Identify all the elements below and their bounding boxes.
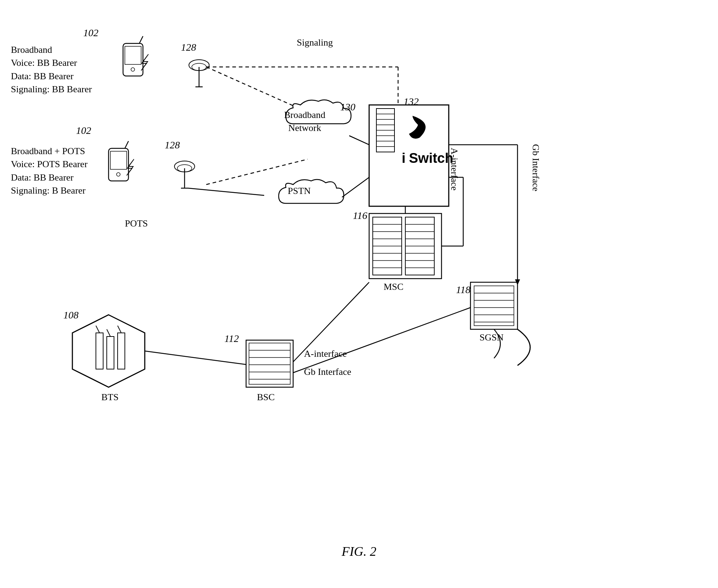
ref-108: 108 (63, 309, 79, 321)
label-signaling: Signaling (297, 36, 333, 49)
ref-118: 118 (456, 284, 470, 296)
svg-line-71 (107, 329, 110, 337)
svg-rect-53 (470, 282, 518, 329)
label-gb-interface-bottom: Gb Interface (304, 365, 351, 378)
ref-102-mid: 102 (76, 125, 91, 136)
label-broadband-top: BroadbandVoice: BB BearerData: BB Bearer… (11, 43, 92, 96)
svg-rect-36 (373, 217, 402, 275)
label-msc: MSC (384, 280, 404, 293)
svg-line-73 (145, 351, 253, 365)
svg-line-8 (206, 67, 308, 112)
ref-112: 112 (224, 333, 239, 344)
svg-rect-23 (376, 109, 394, 152)
svg-point-5 (192, 63, 206, 71)
svg-rect-68 (107, 337, 114, 369)
svg-line-9 (206, 159, 308, 185)
svg-line-34 (342, 177, 369, 197)
svg-rect-0 (123, 43, 143, 76)
svg-marker-12 (396, 109, 401, 115)
label-a-interface-top: A-interface (448, 148, 461, 190)
svg-marker-62 (515, 279, 520, 285)
ref-128-top: 128 (181, 42, 196, 53)
ref-130: 130 (340, 101, 355, 113)
figure-caption: FIG. 2 (342, 544, 376, 559)
label-broadband-pots: Broadband + POTSVoice: POTS BearerData: … (11, 145, 88, 198)
label-bsc: BSC (257, 391, 275, 404)
svg-line-16 (125, 141, 128, 148)
svg-point-4 (189, 60, 209, 71)
svg-rect-22 (369, 105, 449, 206)
svg-line-3 (139, 36, 143, 43)
svg-rect-14 (110, 151, 127, 169)
svg-rect-74 (246, 340, 293, 387)
svg-rect-44 (405, 217, 434, 275)
svg-point-18 (177, 165, 192, 172)
svg-point-17 (174, 161, 195, 172)
svg-text:Switch: Switch (409, 151, 453, 166)
svg-line-21 (188, 188, 264, 195)
svg-rect-1 (125, 46, 141, 64)
svg-line-33 (349, 136, 369, 145)
ref-132: 132 (404, 96, 419, 107)
svg-rect-75 (249, 343, 290, 384)
svg-rect-35 (369, 213, 442, 279)
ref-102-top: 102 (83, 27, 98, 39)
svg-line-82 (293, 308, 470, 373)
svg-rect-69 (118, 333, 125, 369)
label-a-interface-bottom: A-interface (304, 347, 347, 360)
svg-rect-54 (474, 286, 514, 326)
svg-point-15 (117, 173, 120, 176)
svg-point-2 (131, 68, 135, 71)
svg-line-72 (118, 326, 121, 333)
label-pots: POTS (125, 217, 148, 230)
label-bts: BTS (101, 391, 119, 404)
label-sgsn: SGSN (480, 331, 503, 344)
svg-text:i: i (402, 151, 406, 166)
diagram-container: i Switch (0, 0, 718, 588)
diagram-svg: i Switch (0, 0, 718, 588)
ref-116: 116 (353, 210, 367, 221)
label-gb-interface-right: Gb Interface (529, 144, 542, 191)
ref-128-mid: 128 (165, 139, 180, 151)
label-broadband-network: BroadbandNetwork (284, 109, 325, 135)
svg-rect-13 (109, 148, 128, 181)
svg-rect-67 (96, 333, 103, 369)
svg-marker-66 (72, 315, 145, 387)
label-pstn: PSTN (288, 185, 311, 198)
svg-line-70 (96, 326, 100, 333)
